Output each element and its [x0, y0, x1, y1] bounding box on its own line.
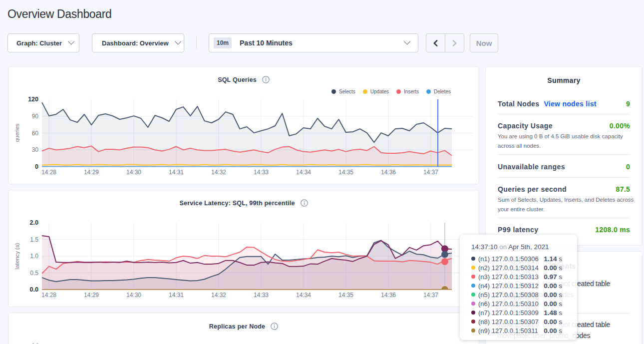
svg-text:14:34: 14:34 — [296, 169, 311, 176]
svg-text:14:36: 14:36 — [381, 169, 396, 176]
svg-text:0.0: 0.0 — [30, 286, 38, 293]
svg-text:14:33: 14:33 — [254, 169, 269, 176]
svg-text:14:30: 14:30 — [126, 292, 141, 299]
svg-text:14:36: 14:36 — [381, 292, 396, 299]
svg-text:14:33: 14:33 — [254, 292, 269, 299]
svg-text:14:35: 14:35 — [338, 169, 353, 176]
svg-text:120: 120 — [28, 96, 38, 103]
svg-text:0.5: 0.5 — [30, 270, 38, 277]
svg-text:14:32: 14:32 — [211, 292, 226, 299]
svg-text:14:32: 14:32 — [211, 169, 226, 176]
svg-text:1.5: 1.5 — [30, 236, 38, 243]
svg-text:queries: queries — [14, 123, 20, 142]
svg-text:2.0: 2.0 — [30, 219, 38, 226]
svg-text:14:37: 14:37 — [423, 169, 438, 176]
svg-text:30: 30 — [32, 146, 39, 153]
svg-text:14:37: 14:37 — [423, 292, 438, 299]
svg-text:1.0: 1.0 — [30, 253, 38, 260]
svg-text:14:31: 14:31 — [169, 169, 184, 176]
svg-text:14:28: 14:28 — [41, 292, 56, 299]
svg-text:latency (s): latency (s) — [14, 243, 20, 269]
svg-text:14:28: 14:28 — [41, 169, 56, 176]
svg-text:14:35: 14:35 — [338, 292, 353, 299]
svg-text:60: 60 — [32, 130, 39, 137]
svg-text:0: 0 — [35, 163, 38, 170]
svg-text:90: 90 — [32, 113, 39, 120]
svg-text:14:29: 14:29 — [84, 292, 99, 299]
svg-text:14:30: 14:30 — [126, 169, 141, 176]
svg-text:14:31: 14:31 — [169, 292, 184, 299]
svg-text:14:29: 14:29 — [84, 169, 99, 176]
svg-text:14:34: 14:34 — [296, 292, 311, 299]
